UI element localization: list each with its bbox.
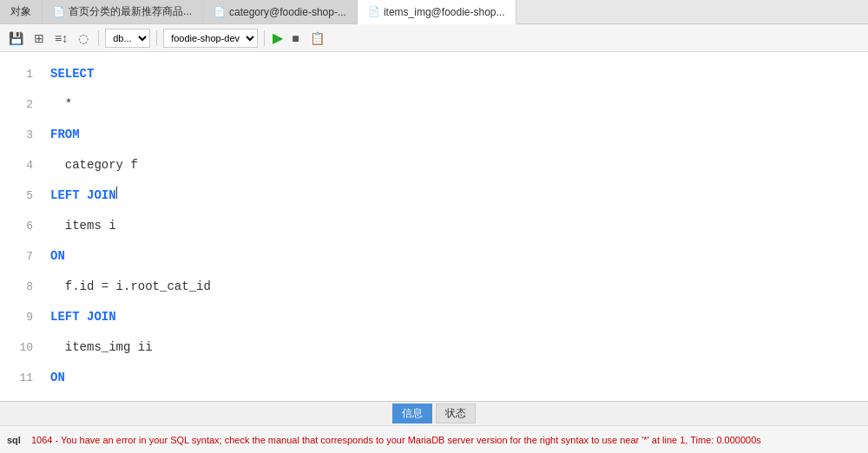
code-token-leftjoin2: LEFT JOIN	[50, 302, 116, 332]
code-token-items-img: items_img ii	[50, 332, 153, 363]
code-token-category: category f	[50, 150, 138, 181]
tab-category-shop-label: category@foodie-shop-...	[229, 6, 346, 18]
explain-button[interactable]: 📋	[306, 30, 328, 47]
tab-category-shop-icon: 📄	[214, 6, 226, 17]
code-token-leftjoin1: LEFT JOIN	[50, 181, 116, 211]
line-num-4: 4	[7, 150, 33, 181]
line-num-7: 7	[7, 241, 33, 272]
title-bar: 对象 📄 首页分类的最新推荐商品... 📄 category@foodie-sh…	[0, 0, 868, 24]
tab-category-shop[interactable]: 📄 category@foodie-shop-...	[203, 0, 358, 23]
line-num-2: 2	[7, 89, 33, 120]
code-editor[interactable]: 1 SELECT 2 * 3 FROM 4 category f 5 LEFT …	[0, 52, 868, 401]
tab-objects-label: 对象	[10, 4, 31, 19]
bottom-tab-info[interactable]: 信息	[392, 404, 432, 423]
code-line-4: 4 category f	[0, 150, 868, 181]
code-token-from: FROM	[50, 120, 80, 150]
line-num-8: 8	[7, 272, 33, 302]
code-line-2: 2 *	[0, 89, 868, 120]
tab-category-label: 首页分类的最新推荐商品...	[69, 4, 192, 19]
code-line-6: 6 items i	[0, 211, 868, 241]
toolbar-save-btn[interactable]: 💾	[5, 30, 27, 47]
line-num-11: 11	[7, 363, 33, 393]
line-num-10: 10	[7, 332, 33, 363]
toolbar-separator-2	[156, 30, 157, 46]
tab-category[interactable]: 📄 首页分类的最新推荐商品...	[43, 0, 203, 23]
code-token-select: SELECT	[50, 59, 94, 89]
code-line-9: 9 LEFT JOIN	[0, 302, 868, 332]
tab-items-img-label: items_img@foodie-shop...	[384, 6, 505, 18]
status-message: 1064 - You have an error in your SQL syn…	[31, 435, 861, 445]
text-cursor	[116, 187, 117, 199]
tab-items-img[interactable]: 📄 items_img@foodie-shop...	[358, 0, 516, 24]
code-token-on2: ON	[50, 363, 65, 393]
code-line-3: 3 FROM	[0, 120, 868, 150]
toolbar-separator-3	[264, 30, 265, 46]
code-line-11: 11 ON	[0, 363, 868, 393]
code-line-7: 7 ON	[0, 241, 868, 272]
code-token-items: items i	[50, 211, 116, 241]
code-line-8: 8 f.id = i.root_cat_id	[0, 272, 868, 302]
tab-category-icon: 📄	[53, 6, 65, 17]
tab-objects[interactable]: 对象	[0, 0, 43, 23]
tab-items-img-icon: 📄	[368, 6, 380, 17]
code-token-on1: ON	[50, 241, 65, 272]
line-num-9: 9	[7, 302, 33, 332]
toolbar-grid-btn[interactable]: ⊞	[30, 30, 48, 47]
toolbar-separator-1	[98, 30, 99, 46]
line-num-6: 6	[7, 211, 33, 241]
schema-selector[interactable]: foodie-shop-dev	[163, 29, 258, 48]
status-type: sql	[7, 435, 21, 445]
line-num-3: 3	[7, 120, 33, 150]
bottom-tabs: 信息 状态	[0, 401, 868, 425]
toolbar-sort-btn[interactable]: ≡↕	[51, 30, 71, 47]
code-line-5: 5 LEFT JOIN	[0, 181, 868, 211]
toolbar-func-btn[interactable]: ◌	[75, 30, 92, 47]
code-line-1: 1 SELECT	[0, 59, 868, 89]
code-line-10: 10 items_img ii	[0, 332, 868, 363]
status-bar: sql 1064 - You have an error in your SQL…	[0, 425, 868, 453]
toolbar: 💾 ⊞ ≡↕ ◌ db... foodie-shop-dev ▶ ■ 📋	[0, 24, 868, 52]
line-num-5: 5	[7, 181, 33, 211]
db-selector[interactable]: db...	[105, 29, 150, 48]
run-button[interactable]: ▶	[271, 30, 285, 46]
line-num-1: 1	[7, 59, 33, 89]
stop-button[interactable]: ■	[288, 30, 302, 47]
code-token-condition1: f.id = i.root_cat_id	[50, 272, 211, 302]
bottom-tab-status[interactable]: 状态	[436, 404, 476, 423]
code-token-star: *	[50, 89, 72, 120]
main-area: 1 SELECT 2 * 3 FROM 4 category f 5 LEFT …	[0, 52, 868, 401]
